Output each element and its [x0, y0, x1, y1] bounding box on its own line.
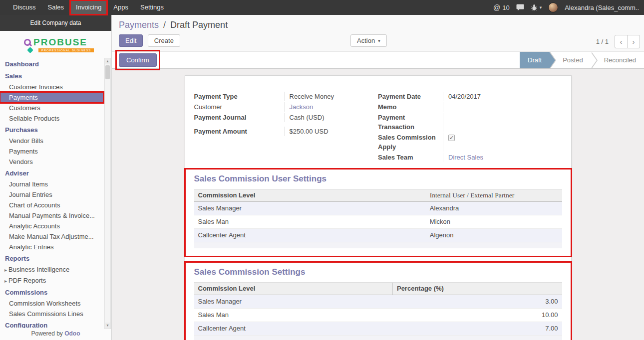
sidebar: Edit Company data PROBUSE PROFESSIONAL B… — [0, 15, 112, 340]
top-menu-item[interactable]: Settings — [134, 0, 170, 15]
sidebar-item[interactable]: ▸Chart of Accounts — [0, 200, 103, 210]
sidebar-item[interactable]: ▸Journal Entries — [0, 189, 103, 200]
action-dropdown[interactable]: Action ▾ — [350, 34, 387, 47]
commission-level-cell: Sales Man — [194, 309, 393, 322]
column-header-commission-level[interactable]: Commission Level — [194, 283, 393, 295]
sidebar-section-header[interactable]: Reports — [0, 253, 111, 264]
sidebar-section-header[interactable]: Dashboard — [0, 59, 111, 70]
logo-magnifier-icon — [24, 39, 31, 46]
table-row[interactable]: Sales Man 10.00 — [194, 309, 562, 322]
scrollbar-track[interactable] — [105, 64, 110, 323]
customer-link[interactable]: Jackson — [290, 103, 314, 111]
user-menu[interactable]: Alexandra (Sales_comm.. — [565, 4, 639, 11]
pager-previous-button[interactable]: ‹ — [615, 35, 628, 48]
sidebar-section: Adviser ▸Journal Items ▸Journal Entries — [0, 168, 111, 252]
create-button[interactable]: Create — [148, 34, 180, 47]
top-navbar: Discuss Sales Invoicing Apps Settings @ … — [0, 0, 644, 15]
sidebar-section-header[interactable]: Sales — [0, 71, 111, 82]
breadcrumb: Payments / Draft Payment — [112, 15, 644, 34]
sidebar-item[interactable]: ▸Customers — [0, 103, 103, 113]
pager-value: 1 / 1 — [596, 38, 609, 45]
sidebar-item[interactable]: ▸Sales Commissions Lines — [0, 309, 103, 319]
confirm-button[interactable]: Confirm — [119, 53, 157, 67]
column-header-percentage[interactable]: Percentage (%) — [392, 283, 562, 295]
table-row[interactable]: Callcenter Agent Algenon — [194, 229, 562, 242]
sidebar-item[interactable]: ▸Analytic Entries — [0, 242, 103, 252]
mention-count: 10 — [502, 4, 509, 11]
sidebar-section: Purchases ▸Vendor Bills ▸Payments — [0, 125, 111, 167]
bug-icon — [531, 4, 538, 11]
payment-amount-field: Payment Amount $250.00 USD — [194, 127, 372, 136]
sidebar-item[interactable]: ▸PDF Reports — [0, 275, 103, 286]
top-menu-item[interactable]: Apps — [107, 0, 134, 15]
edit-company-data-button[interactable]: Edit Company data — [0, 15, 111, 31]
mentions-counter[interactable]: @ 10 — [493, 3, 510, 11]
messages-icon[interactable] — [516, 4, 524, 11]
scroll-up-icon[interactable]: ▲ — [105, 58, 110, 64]
scrollbar-thumb[interactable] — [105, 65, 110, 79]
commission-level-cell: Sales Manager — [194, 295, 393, 309]
sidebar-section-header[interactable]: Adviser — [0, 168, 111, 179]
table-row[interactable]: Callcenter Agent 7.00 — [194, 322, 562, 336]
sidebar-scrollbar[interactable]: ▲ ▼ — [104, 58, 111, 329]
breadcrumb-payments-link[interactable]: Payments — [119, 20, 159, 30]
sidebar-item[interactable]: ▸Make Manual Tax Adjustme... — [0, 231, 103, 242]
commission-level-cell: Callcenter Agent — [194, 229, 426, 242]
sales-team-link[interactable]: Direct Sales — [448, 154, 483, 161]
user-cell: Alexandra — [426, 202, 562, 215]
payment-type-field: Payment Type Receive Money — [194, 92, 372, 101]
expand-arrow-icon: ▸ — [4, 267, 7, 273]
commission-settings-section: Sales Commission Settings Commission Lev… — [185, 262, 571, 340]
edit-button[interactable]: Edit — [119, 34, 143, 47]
status-step[interactable]: Draft — [520, 52, 550, 68]
sidebar-section-header[interactable]: Purchases — [0, 125, 111, 136]
sidebar-item[interactable]: ▸Vendors — [0, 157, 103, 167]
column-header-commission-level[interactable]: Commission Level — [194, 189, 426, 202]
table-row[interactable]: Sales Manager 3.00 — [194, 295, 562, 309]
commission-settings-table: Commission Level Percentage (%) Sales Ma… — [194, 282, 562, 336]
checkmark-icon: ✓ — [449, 133, 454, 143]
top-menu-item[interactable]: Invoicing — [70, 0, 107, 15]
user-settings-table: Commission Level Internal User / Externa… — [194, 189, 562, 242]
sidebar-section-header[interactable]: Commissions — [0, 287, 111, 298]
sidebar-item[interactable]: ▸Journal Items — [0, 179, 103, 189]
payment-transaction-field: Payment Transaction — [378, 113, 562, 132]
status-step[interactable]: Reconciled — [591, 52, 644, 68]
pager-next-button[interactable]: › — [627, 35, 640, 48]
sidebar-item[interactable]: ▸Payments — [0, 146, 103, 157]
sales-commission-apply-checkbox[interactable]: ✓ — [448, 135, 455, 141]
table-row[interactable]: Sales Manager Alexandra — [194, 202, 562, 215]
scroll-down-icon[interactable]: ▼ — [105, 323, 110, 329]
sidebar-item[interactable]: ▸Payments — [0, 92, 103, 103]
top-menu-item[interactable]: Sales — [42, 0, 70, 15]
logo-text: PROBUSE — [33, 37, 87, 48]
table-row[interactable]: Sales Man Mickon — [194, 215, 562, 229]
sidebar-section: Reports ▸Business Intelligence ▸PDF Repo… — [0, 253, 111, 286]
control-panel: Payments / Draft Payment Edit Create Act… — [112, 15, 644, 51]
odoo-link[interactable]: Odoo — [64, 330, 80, 337]
customer-field: Customer Jackson — [194, 102, 372, 112]
column-header-internal-user[interactable]: Internal User / External Partner — [426, 189, 562, 202]
sidebar-item[interactable]: ▸Manual Payments & Invoice... — [0, 210, 103, 221]
sidebar-item[interactable]: ▸Analytic Accounts — [0, 221, 103, 231]
form-sheet: Payment Type Receive Money Customer Jack… — [185, 75, 572, 340]
avatar[interactable] — [548, 2, 558, 12]
top-menu-bar: Discuss Sales Invoicing Apps Settings — [0, 0, 170, 15]
debug-menu[interactable]: ▾ — [531, 4, 542, 11]
sales-commission-apply-field: Sales Commission Apply ✓ — [378, 133, 562, 152]
commission-level-cell: Sales Manager — [194, 202, 426, 215]
sidebar-item[interactable]: ▸Customer Invoices — [0, 82, 103, 92]
user-settings-section: Sales Commission User Settings Commissio… — [185, 169, 571, 256]
top-menu-item[interactable]: Discuss — [7, 0, 42, 15]
sidebar-item[interactable]: ▸Sellable Products — [0, 113, 103, 124]
payment-form: Payment Type Receive Money Customer Jack… — [194, 92, 562, 163]
commission-settings-title: Sales Commission Settings — [194, 267, 562, 277]
table-empty-area — [194, 336, 562, 340]
percentage-cell: 7.00 — [392, 322, 562, 336]
sidebar-section: Sales ▸Customer Invoices ▸Payments — [0, 71, 111, 124]
table-empty-area — [194, 242, 562, 248]
powered-by[interactable]: Powered by Odoo — [0, 328, 111, 340]
sidebar-item[interactable]: ▸Vendor Bills — [0, 136, 103, 146]
sidebar-item[interactable]: ▸Business Intelligence — [0, 264, 103, 275]
sidebar-item[interactable]: ▸Commission Worksheets — [0, 298, 103, 309]
